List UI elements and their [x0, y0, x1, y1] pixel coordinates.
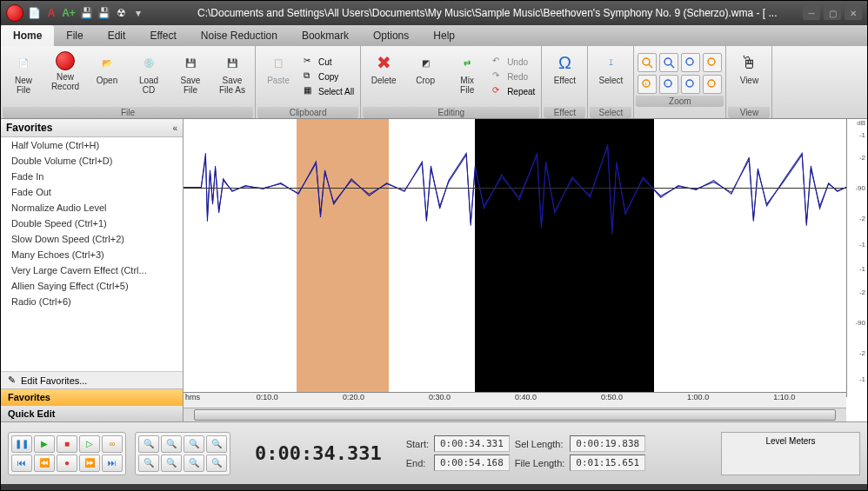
record-orb-icon[interactable] — [6, 4, 23, 22]
minimize-button[interactable]: ─ — [803, 6, 820, 20]
scrollbar-thumb[interactable] — [194, 409, 836, 421]
zoom-sel-button[interactable]: 🔍 — [184, 435, 204, 453]
zoom-out-h-button[interactable]: 🔍 — [161, 435, 182, 453]
zoom-full-button[interactable]: 🔍 — [206, 435, 227, 453]
zoom-btn-7[interactable] — [681, 75, 700, 94]
tab-file[interactable]: File — [54, 25, 95, 46]
zoom-in-h-button[interactable]: 🔍 — [138, 435, 159, 453]
fav-item[interactable]: Allien Saying Effect (Ctrl+5) — [1, 278, 183, 294]
red-a-icon[interactable]: A — [44, 6, 58, 20]
redo-button[interactable]: ↷Redo — [490, 70, 537, 83]
delete-button[interactable]: ✖Delete — [364, 48, 403, 105]
select-button[interactable]: 𝙸Select — [591, 48, 630, 105]
quick-access-toolbar: 📄 A A+ 💾 💾 ☢ ▾ — [6, 4, 145, 22]
save-as-icon[interactable]: 💾 — [97, 6, 110, 20]
repeat-icon: ⟳ — [492, 85, 504, 97]
fav-item[interactable]: Double Speed (Ctrl+1) — [1, 216, 183, 231]
ribbon-group-file: 📄New File New Record 📂Open 💿Load CD 💾Sav… — [1, 46, 256, 118]
svg-point-4 — [686, 58, 693, 65]
forward-button[interactable]: ⏩ — [79, 455, 100, 472]
cursor-icon: 🖱 — [738, 51, 760, 74]
zoom-reset-v-button[interactable]: 🔍 — [184, 455, 204, 472]
select-all-button[interactable]: ▦Select All — [301, 84, 357, 98]
svg-line-1 — [649, 64, 652, 68]
play-button[interactable]: ▶ — [34, 435, 55, 453]
loop-button[interactable]: ∞ — [102, 435, 123, 453]
goto-start-button[interactable]: ⏮ — [11, 455, 32, 472]
tab-effect[interactable]: Effect — [137, 25, 188, 46]
open-button[interactable]: 📂Open — [88, 48, 126, 105]
content-area: Favorites « Half Volume (Ctrl+H) Double … — [1, 119, 867, 421]
window-title: C:\Documents and Settings\All Users\Docu… — [145, 7, 803, 19]
repeat-button[interactable]: ⟳Repeat — [490, 84, 537, 98]
effect-button[interactable]: ΩEffect — [545, 48, 584, 105]
fav-item[interactable]: Many Echoes (Ctrl+3) — [1, 247, 183, 262]
favorites-panel-title: Favorites « — [1, 119, 183, 137]
zoom-in-v-button[interactable]: 🔍 — [138, 455, 159, 472]
save-file-button[interactable]: 💾Save File — [171, 48, 210, 105]
tab-options[interactable]: Options — [361, 25, 421, 46]
zoom-fit-button[interactable]: 🔍 — [206, 455, 227, 472]
new-doc-icon[interactable]: 📄 — [27, 6, 41, 20]
tab-help[interactable]: Help — [421, 25, 467, 46]
maximize-button[interactable]: ▢ — [824, 6, 841, 20]
qat-dropdown-icon[interactable]: ▾ — [131, 6, 145, 20]
ribbon: 📄New File New Record 📂Open 💿Load CD 💾Sav… — [1, 46, 867, 119]
time-display: 0:00:34.331 — [239, 434, 397, 473]
pause-button[interactable]: ❚❚ — [11, 435, 32, 453]
timeline-ruler[interactable]: hms 0:10.0 0:20.0 0:30.0 0:40.0 0:50.0 1… — [184, 392, 846, 408]
rewind-button[interactable]: ⏪ — [34, 455, 55, 472]
fav-item[interactable]: Fade In — [1, 169, 183, 184]
record-small-button[interactable]: ● — [57, 455, 77, 472]
zoom-out-v-button[interactable]: 🔍 — [161, 455, 182, 472]
tab-bookmark[interactable]: Bookmark — [290, 25, 361, 46]
load-cd-button[interactable]: 💿Load CD — [130, 48, 168, 105]
play-selection-button[interactable]: ▷ — [79, 435, 100, 453]
paste-button[interactable]: 📋Paste — [259, 48, 297, 105]
goto-end-button[interactable]: ⏭ — [102, 455, 123, 472]
fav-item[interactable]: Radio (Ctrl+6) — [1, 294, 183, 309]
fav-item[interactable]: Normalize Audio Level — [1, 200, 183, 216]
stop-button[interactable]: ■ — [57, 435, 77, 453]
zoom-btn-8[interactable] — [703, 75, 722, 94]
record-icon — [56, 51, 75, 70]
fav-item[interactable]: Fade Out — [1, 184, 183, 200]
view-button[interactable]: 🖱View — [730, 48, 768, 105]
tab-home[interactable]: Home — [1, 25, 54, 46]
save-icon[interactable]: 💾 — [79, 6, 93, 20]
fav-item[interactable]: Double Volume (Ctrl+D) — [1, 153, 183, 169]
section-quick-edit[interactable]: Quick Edit — [1, 405, 183, 421]
waveform-canvas[interactable] — [184, 119, 846, 392]
fav-item[interactable]: Very Large Cavern Effect (Ctrl... — [1, 262, 183, 278]
start-value: 0:00:34.331 — [434, 435, 510, 452]
close-button[interactable]: ✕ — [845, 6, 862, 20]
zoom-btn-1[interactable] — [638, 53, 657, 72]
new-record-button[interactable]: New Record — [46, 48, 84, 105]
tab-noise-reduction[interactable]: Noise Reduction — [189, 25, 290, 46]
crop-button[interactable]: ◩Crop — [406, 48, 444, 105]
tab-edit[interactable]: Edit — [96, 25, 138, 46]
fav-item[interactable]: Slow Down Speed (Ctrl+2) — [1, 231, 183, 247]
fav-item[interactable]: Half Volume (Ctrl+H) — [1, 137, 183, 153]
section-favorites[interactable]: Favorites — [1, 388, 183, 405]
collapse-chevron-icon[interactable]: « — [172, 123, 177, 133]
green-a-plus-icon[interactable]: A+ — [62, 6, 76, 20]
zoom-btn-2[interactable] — [659, 53, 678, 72]
hazard-icon[interactable]: ☢ — [114, 6, 128, 20]
zoom-btn-6[interactable]: - — [659, 75, 678, 94]
start-label: Start: — [406, 439, 429, 449]
ribbon-group-select: 𝙸Select Select — [588, 46, 634, 118]
copy-button[interactable]: ⧉Copy — [301, 70, 357, 83]
undo-button[interactable]: ↶Undo — [490, 55, 537, 69]
new-file-button[interactable]: 📄New File — [4, 48, 43, 105]
edit-favorites-button[interactable]: ✎ Edit Favorites... — [1, 371, 183, 388]
zoom-btn-4[interactable] — [703, 53, 722, 72]
zoom-btn-3[interactable] — [681, 53, 700, 72]
omega-icon: Ω — [553, 51, 576, 74]
zoom-btn-5[interactable]: + — [638, 75, 657, 94]
cut-button[interactable]: ✂Cut — [301, 55, 357, 69]
horizontal-scrollbar[interactable] — [184, 408, 846, 421]
redo-icon: ↷ — [492, 70, 504, 83]
save-file-as-button[interactable]: 💾Save File As — [213, 48, 251, 105]
mix-file-button[interactable]: ⇄Mix File — [448, 48, 486, 105]
